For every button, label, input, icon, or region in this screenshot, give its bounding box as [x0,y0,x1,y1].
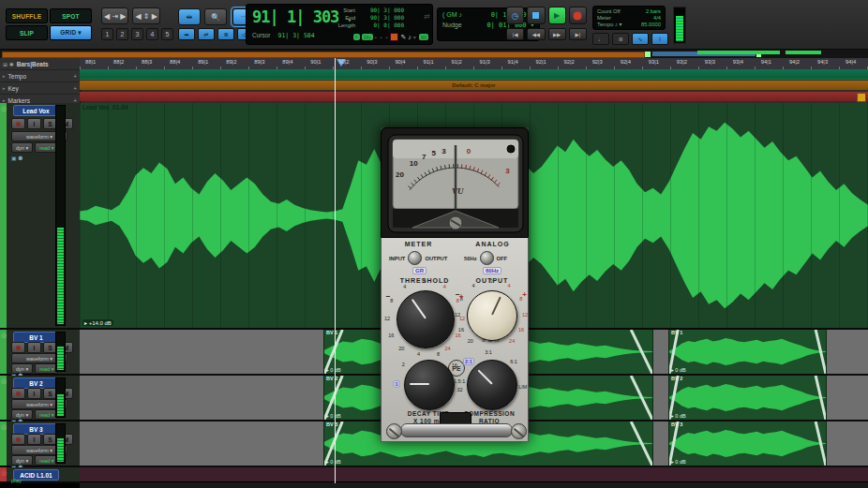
track-header-lead-vox[interactable]: ◎Lead VoxISMwaveform ▾dyn ▾read ▾▣ ⚉ [0,103,80,330]
count-off-row[interactable]: Tempo ♪ ▾85.0000 [597,22,661,28]
clip-gain-label[interactable]: ▸ +14.0 dB [82,319,113,326]
clip-gain-label[interactable]: ▸ 0 dB [326,459,341,465]
delay-compensation-badge[interactable]: Dly [362,34,373,40]
plugin-meter-housing: 201075303VU [381,127,529,238]
count-off-row[interactable]: Count Off2 bars [597,8,661,15]
edit-mode-shuffle[interactable]: SHUFFLE [6,8,48,23]
record-button[interactable] [569,7,587,24]
dropdown-icon[interactable]: ▾ [413,34,417,40]
key-lane[interactable]: Default: C major [80,81,868,90]
zoom-mini-button[interactable]: ⇄ [198,28,215,40]
zoom-preset-3[interactable]: 3 [131,28,143,40]
bar-label: 90|4 [395,59,405,65]
input-button[interactable]: I [27,434,41,445]
bar-label: 91|1 [423,59,433,65]
online-button[interactable]: ◷ [506,7,524,24]
dyn-button[interactable]: dyn ▾ [11,142,33,153]
metronome-row-button[interactable]: ⌇ [651,33,668,45]
link-selection-icon[interactable]: ⇄ [424,12,430,21]
transport-skip-button[interactable]: |◀ [506,28,524,40]
tempo-ruler-label[interactable]: Tempo [8,73,27,80]
meter-toggle-knob[interactable] [408,251,422,265]
clip-gain-label[interactable]: ▸ 0 dB [671,459,686,465]
edit-mode-slip[interactable]: SLIP [6,25,48,40]
zoom-mini-button[interactable]: ➡ [178,28,195,40]
bv-audio-clip[interactable]: BV 1▸ 0 dB [668,330,827,374]
tempo-lane[interactable] [80,69,868,80]
session-status-square[interactable] [390,33,398,41]
count-off-row[interactable]: Meter4/4 [597,15,661,22]
clip-gain-label[interactable]: ▸ 0 dB [326,413,341,419]
decay-time-knob[interactable] [404,360,455,410]
bv-audio-clip[interactable]: BV 3▸ 0 dB [668,421,827,466]
compression-ratio-knob[interactable] [467,360,517,410]
ruler-corner-icons[interactable]: ⊞ ✱ [3,61,14,67]
track-header-bv-3[interactable]: ◎BV 3ISMwaveform ▾dyn ▾read ▾▣ ⚉ [0,421,80,467]
track-height-nav-button[interactable]: ◀ ⇥ ▶ [101,7,128,24]
grid-status-badge[interactable]: ⌗ [353,34,360,40]
zoom-preset-4[interactable]: 4 [146,28,158,40]
zoom-toggle-button[interactable]: ⇹ [178,8,201,25]
meter-mode-toggle[interactable]: INPUTOUTPUT [389,251,447,265]
ruler-zone: ⊞ ✱Bars|Beats ▸Tempo+ ▸Key+ ▸Markers+ 88… [0,58,868,103]
knob-scale-tick: 32 [456,387,462,392]
record-enable-button[interactable] [11,342,25,353]
zoom-preset-2[interactable]: 2 [116,28,128,40]
zoom-mini-button[interactable]: ≣ [217,28,234,40]
clip-gain-label[interactable]: ▸ 0 dB [326,367,341,373]
edit-mode-grid[interactable]: GRID ▾ [50,25,92,40]
bv-audio-clip[interactable]: BV 2▸ 0 dB [668,376,827,420]
edit-mode-spot[interactable]: SPOT [50,8,92,23]
bar-label: 88|4 [170,59,180,65]
track-header-bv-1[interactable]: ◎BV 1ISMwaveform ▾dyn ▾read ▾▣ ⚉ [0,330,80,376]
analog-hum-toggle[interactable]: 50HzOFF [464,251,507,265]
selection-start[interactable]: 90| 3| 000 [363,7,404,14]
transport-nav-row: |◀◀◀▶▶▶| [506,28,587,40]
metronome-row-button[interactable]: ∿ [632,33,649,45]
pencil-icon[interactable]: ✎ [400,34,406,41]
add-key-button[interactable]: + [73,85,77,92]
metronome-row-button[interactable]: ≣ [612,33,629,45]
stop-button[interactable] [527,7,545,24]
clip-name: BV 3 [326,421,337,427]
threshold-knob[interactable] [397,290,455,348]
add-tempo-button[interactable]: + [73,73,77,80]
output-knob[interactable] [467,290,517,341]
transport-skip-button[interactable]: ▶▶ [548,28,566,40]
input-button[interactable]: I [27,118,41,129]
record-enable-button[interactable] [11,118,25,129]
transport-skip-button[interactable]: ▶| [569,28,587,40]
marker-flag[interactable] [857,93,866,102]
record-enable-button[interactable] [11,388,25,399]
input-button[interactable]: I [27,388,41,399]
zoom-preset-1[interactable]: 1 [101,28,113,40]
transport-skip-button[interactable]: ◀◀ [527,28,545,40]
input-button[interactable]: I [27,342,41,353]
ruler-label-column: ⊞ ✱Bars|Beats ▸Tempo+ ▸Key+ ▸Markers+ [0,58,81,103]
markers-lane[interactable] [80,92,868,101]
analog-toggle-knob[interactable] [480,251,494,265]
zoom-nav-button[interactable]: ◀ ⇕ ▶ [132,7,159,24]
track-name[interactable]: Lead Vox [13,105,59,116]
bars-beats-ruler-label[interactable]: Bars|Beats [17,61,49,67]
play-button[interactable]: ▶ [548,7,566,24]
metronome-row-button[interactable]: ♩ [592,33,609,45]
clip-gain-label[interactable]: ▸ 0 dB [671,413,686,419]
universe-scroll-strip[interactable] [0,50,868,58]
record-enable-button[interactable] [11,434,25,445]
bar-label: 93|1 [649,59,659,65]
track-header-acid-l1.01[interactable]: ◎ACID L1.01play [0,467,80,483]
track-type-icon: ◎ [1,469,7,477]
main-counter[interactable]: 91| 1| 303 ▾ [252,7,351,26]
zoomer-tool-button[interactable]: 🔍 [204,8,227,25]
metronome-button-row: ♩≣∿⌇ [592,33,668,45]
zoom-preset-5[interactable]: 5 [161,28,173,40]
key-ruler-label[interactable]: Key [8,85,19,92]
note-icon[interactable]: ♪ [408,34,412,40]
knob-scale-tick: 4 [417,351,420,357]
clip-gain-label[interactable]: ▸ 0 dB [671,367,686,373]
track-type-icon: ◎ [1,423,7,431]
track-header-bv-2[interactable]: ◎BV 2ISMwaveform ▾dyn ▾read ▾▣ ⚉ [0,376,80,421]
selection-length[interactable]: 0| 0| 000 [363,22,404,29]
selection-end[interactable]: 90| 3| 000 [363,14,404,22]
